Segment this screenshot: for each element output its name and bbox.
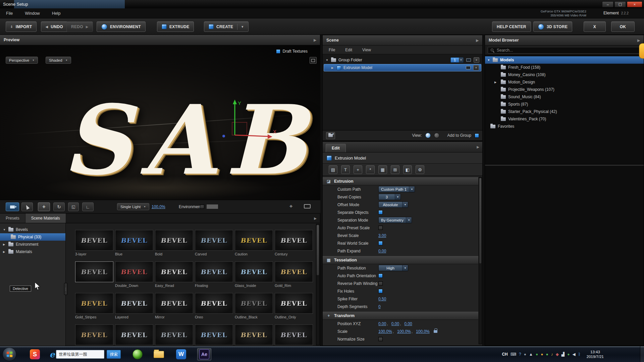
chevron-down-icon[interactable]: ▼ [395, 194, 400, 200]
scrollbar-thumb[interactable] [479, 178, 481, 263]
target-icon[interactable]: ⌖ [289, 203, 293, 210]
model-folder-row-motion-design[interactable]: ▶Motion_Design [485, 78, 644, 86]
ok-button[interactable]: OK [611, 21, 635, 32]
tray-dot-icon[interactable]: ● [524, 352, 526, 356]
sidebar-item-physical[interactable]: Physical (33) [0, 233, 65, 241]
chevron-down-icon[interactable]: ▼ [409, 186, 415, 192]
value-position-xyz-2[interactable]: 0.00 [404, 321, 412, 326]
scene-menu-view[interactable]: View [362, 48, 371, 52]
import-button[interactable]: ⇩IMPORT [6, 21, 37, 32]
app-update-icon[interactable]: ◆ [556, 352, 559, 356]
axis-gizmo[interactable]: Y X [215, 99, 288, 142]
add-folder-button[interactable]: + [326, 132, 335, 139]
checkbox-separate-objects[interactable] [378, 210, 383, 215]
preset-item-glass-inside[interactable]: BEVELGlass_Inside [235, 261, 273, 293]
model-folder-row-projectile-weapons-107[interactable]: Projectile_Weapons (107) [485, 86, 644, 93]
model-folder-row-sports-87[interactable]: Sports (87) [485, 101, 644, 108]
create-button[interactable]: CREATE▼ [204, 21, 249, 32]
close-button[interactable]: × [627, 1, 642, 7]
title-bar[interactable]: Scene Setup – ▢ × [0, 0, 644, 8]
presets-expand-icon[interactable]: ▶ [314, 217, 317, 220]
dropdown-offset-mode[interactable]: Absolute▼ [378, 201, 408, 208]
model-browser-splitter[interactable] [485, 164, 644, 167]
chevron-down-icon[interactable]: ▼ [459, 58, 463, 62]
edit-scrollbar[interactable] [479, 177, 482, 344]
preset-item-layered[interactable]: BEVELLayered [115, 293, 153, 324]
visibility-icon[interactable] [466, 58, 471, 62]
store-button[interactable]: 3D STORE [533, 21, 572, 32]
checkbox-fix-holes[interactable] [378, 289, 383, 293]
taskbar-search-input[interactable]: 世界垃圾第一围 [56, 350, 104, 359]
menu-help[interactable]: Help [52, 11, 61, 16]
models-root-row[interactable]: ▼ Models [485, 56, 644, 64]
search-input[interactable]: Search... [488, 47, 641, 54]
group-folder-row[interactable]: ▼ Group Folder 1 ▼ × [324, 56, 481, 64]
view-wireframe-icon[interactable] [434, 133, 439, 138]
help-center-button[interactable]: HELP CENTER [492, 21, 531, 32]
sidebar-item-bevels[interactable]: ▼ Bevels [0, 226, 65, 233]
browser-360-button[interactable] [131, 348, 144, 360]
redo-button[interactable]: REDO▶ [66, 21, 93, 32]
shading-mode-dropdown[interactable]: Shaded ▼ [46, 57, 71, 64]
preset-item-caution[interactable]: BEVELCaution [235, 230, 273, 261]
preset-item-19[interactable]: BEVEL [115, 324, 153, 346]
delete-model-button[interactable]: × [473, 65, 479, 70]
transform-mode-button[interactable]: + [354, 165, 362, 174]
dropdown-custom-path[interactable]: Custom Path 1▼ [378, 186, 415, 192]
preset-item-23[interactable]: BEVEL [275, 324, 313, 346]
defender-icon[interactable]: ● [567, 352, 570, 356]
preset-item-gold-stripes[interactable]: BEVELGold_Stripes [75, 293, 113, 324]
music-player-icon[interactable]: ♪ [551, 352, 553, 356]
value-depth-segments[interactable]: 0 [378, 304, 381, 309]
value-scale-0[interactable]: 100.0% [378, 329, 392, 334]
minimize-button[interactable]: – [602, 1, 613, 7]
tree-expanded-icon[interactable]: ▼ [3, 228, 6, 231]
edit-expand-icon[interactable]: ▶ [477, 145, 479, 149]
checkbox-auto-path-orientation[interactable] [378, 274, 383, 278]
scrollbar-thumb[interactable] [317, 225, 319, 275]
dropdown-bevel-copies[interactable]: 3▼ [378, 194, 401, 200]
group-count-dropdown[interactable]: 1 ▼ [450, 57, 464, 63]
preset-item-22[interactable]: BEVEL [235, 324, 273, 346]
rotate-tool-button[interactable]: ↻ [53, 202, 65, 211]
preset-item-oreo[interactable]: BEVELOreo [195, 293, 233, 324]
ime-keyboard-icon[interactable]: ⌨ [511, 352, 516, 356]
taskbar-search-button[interactable]: 搜索 [107, 350, 121, 359]
volume-icon[interactable]: ◀ [572, 352, 575, 356]
preset-item-outline-only[interactable]: BEVELOutline_Only [275, 293, 313, 324]
input-language-indicator[interactable]: CH [502, 352, 507, 357]
checkbox-real-world-scale[interactable] [378, 241, 383, 245]
model-folder-row-sound-music-84[interactable]: Sound_Music (84) [485, 93, 644, 101]
preset-item-18[interactable]: BEVEL [75, 324, 113, 346]
3d-viewport[interactable]: SABE Y X Draft Textures Perspective ▼ Sh [0, 45, 320, 200]
sidebar-item-materials[interactable]: ▶ Materials [0, 248, 65, 255]
checkbox-reverse-path-winding[interactable] [378, 281, 383, 286]
extrude-button[interactable]: EXTRUDE [157, 21, 194, 32]
lock-icon[interactable] [434, 330, 437, 333]
browser-e-icon[interactable]: e [50, 350, 55, 359]
antivirus-icon[interactable]: ● [546, 352, 548, 356]
preset-item-double-down[interactable]: BEVELDouble_Down [115, 261, 153, 293]
environment-button[interactable]: ENVIRONMENT [97, 21, 146, 32]
preset-item-mirror[interactable]: BEVELMirror [155, 293, 193, 324]
model-folder-row-fresh-food-158[interactable]: Fresh_Food (158) [485, 64, 644, 71]
cancel-button[interactable]: X [584, 21, 606, 32]
value-position-xyz-1[interactable]: 0.00 [391, 321, 399, 326]
preset-item-easy-read[interactable]: BEVELEasy_Read [155, 261, 193, 293]
preset-item-3-layer[interactable]: BEVEL3-layer [75, 230, 113, 261]
dropdown-path-resolution[interactable]: High▼ [378, 265, 408, 271]
texture-mode-button[interactable]: ▦ [378, 165, 387, 174]
settings-button[interactable]: ⚙ [416, 165, 424, 174]
environment-checkbox[interactable] [200, 204, 204, 209]
after-effects-button[interactable]: Ae [197, 348, 211, 360]
tree-expanded-icon[interactable]: ▼ [487, 59, 490, 62]
value-scale-1[interactable]: 100.0% [397, 329, 411, 334]
model-folder-row-money-casino-108[interactable]: Money_Casino (108) [485, 71, 644, 78]
ime-help-icon[interactable]: ? [519, 352, 521, 356]
value-path-expand[interactable]: 0.00 [378, 249, 386, 253]
value-scale-2[interactable]: 100.0% [416, 329, 430, 334]
preset-item-blue[interactable]: BEVELBlue [115, 230, 153, 261]
model-folder-row-starter-pack-physical-42[interactable]: Starter_Pack_Physical (42) [485, 108, 644, 115]
favorites-row[interactable]: Favorites [485, 123, 644, 130]
value-bevel-scale[interactable]: 3.00 [378, 233, 386, 238]
